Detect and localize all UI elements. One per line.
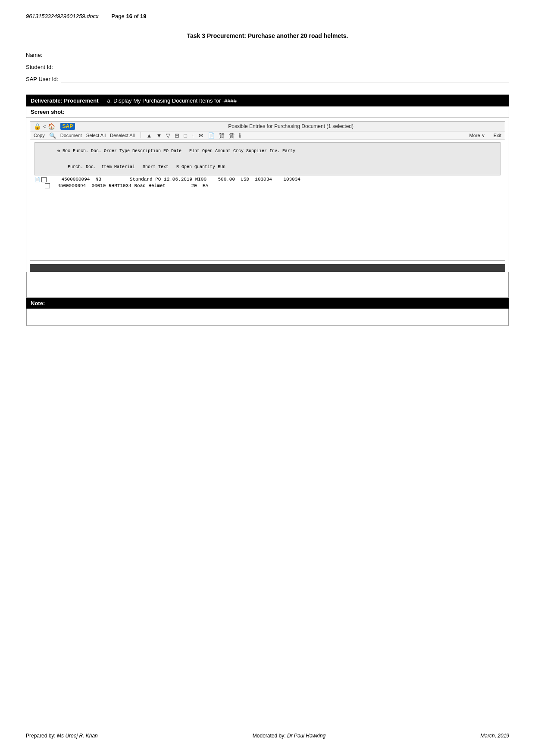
toolbar-arrow-up-icon[interactable]: ↑ bbox=[191, 133, 194, 138]
toolbar-exit[interactable]: Exit bbox=[494, 133, 501, 138]
footer-date: March, 2019 bbox=[480, 733, 509, 739]
sap-user-id-label: SAP User Id: bbox=[26, 76, 58, 82]
doc-header: 9613153324929601259.docx Page 16 of 19 bbox=[26, 13, 509, 19]
sap-logo: SAP bbox=[60, 123, 75, 130]
row1-icons: 📄 bbox=[34, 177, 48, 182]
sap-col-headers: ✿ Box Purch. Doc. Order Type Description… bbox=[34, 142, 501, 159]
sap-user-id-line bbox=[61, 75, 509, 82]
row1-text: 4500000094 NB Standard PO 12.06.2019 MI0… bbox=[50, 177, 300, 182]
page-total: 19 bbox=[140, 13, 146, 19]
student-id-label: Student Id: bbox=[26, 64, 53, 70]
task-title: Task 3 Procurement: Purchase another 20 … bbox=[26, 32, 509, 39]
toolbar-grid-icon[interactable]: ⊞ bbox=[175, 133, 179, 138]
sap-user-id-field-row: SAP User Id: bbox=[26, 75, 509, 82]
blank-area bbox=[26, 272, 509, 298]
sap-bottom-bar bbox=[30, 264, 505, 272]
sap-topbar: 🔒 < 🏠 SAP Possible Entries for Purchasin… bbox=[30, 122, 505, 131]
toolbar-more[interactable]: More ∨ bbox=[469, 133, 485, 138]
row2-text: 4500000094 00010 RHMT1034 Road Helmet 20… bbox=[52, 183, 208, 188]
toolbar-info-icon[interactable]: ℹ bbox=[239, 133, 241, 138]
toolbar-document[interactable]: Document bbox=[60, 133, 82, 138]
note-header: Note: bbox=[26, 298, 509, 309]
deliverable-box: Deliverable: Procurement a. Display My P… bbox=[26, 94, 509, 326]
row2-checkbox[interactable] bbox=[45, 183, 50, 188]
name-line bbox=[45, 51, 509, 58]
sap-topbar-icons: 🔒 < 🏠 bbox=[34, 123, 55, 130]
toolbar-search-icon[interactable]: 🔍 bbox=[49, 133, 56, 138]
toolbar-mail-icon[interactable]: ✉ bbox=[199, 133, 203, 138]
toolbar-filter-icon[interactable]: ▽ bbox=[166, 133, 170, 138]
student-id-field-row: Student Id: bbox=[26, 63, 509, 70]
sap-content: ✿ Box Purch. Doc. Order Type Description… bbox=[30, 140, 505, 260]
footer-prepared: Prepared by: Ms Urooj R. Khan bbox=[26, 733, 98, 739]
deliverable-title: Deliverable: Procurement bbox=[31, 97, 99, 104]
row1-doc-icon: 📄 bbox=[34, 177, 41, 182]
page-current: 16 bbox=[126, 13, 132, 19]
note-body bbox=[26, 309, 509, 326]
toolbar-upload-icon[interactable]: ▲ bbox=[147, 133, 152, 138]
screen-shot-label: Screen shot: bbox=[26, 106, 509, 118]
toolbar-download-icon[interactable]: ▼ bbox=[156, 133, 162, 138]
note-section: Note: bbox=[26, 298, 509, 326]
page-footer: Prepared by: Ms Urooj R. Khan Moderated … bbox=[26, 733, 509, 739]
lock-icon[interactable]: 🔒 bbox=[34, 123, 41, 130]
form-fields: Name: Student Id: SAP User Id: bbox=[26, 51, 509, 82]
table-row-2[interactable]: 4500000094 00010 RHMT1034 Road Helmet 20… bbox=[34, 183, 501, 189]
sap-col-header-row1: ✿ Box Purch. Doc. Order Type Description… bbox=[57, 149, 295, 153]
toolbar-doc-icon[interactable]: 📄 bbox=[208, 133, 215, 138]
toolbar-separator bbox=[141, 132, 141, 138]
table-row-1[interactable]: 📄 4500000094 NB Standard PO 12.06.2019 M… bbox=[34, 176, 501, 183]
doc-filename: 9613153324929601259.docx bbox=[26, 13, 98, 19]
back-icon[interactable]: < bbox=[43, 123, 46, 130]
sap-logo-text: SAP bbox=[63, 123, 73, 129]
sap-col-sub: Purch. Doc. Item Material Short Text R O… bbox=[34, 159, 501, 175]
footer-prepared-name: Ms Urooj R. Khan bbox=[57, 733, 98, 739]
home-icon[interactable]: 🏠 bbox=[48, 123, 55, 130]
deliverable-header: Deliverable: Procurement a. Display My P… bbox=[26, 95, 509, 106]
sap-topbar-title: Possible Entries for Purchasing Document… bbox=[80, 123, 501, 129]
deliverable-subtitle: a. Display My Purchasing Document Items … bbox=[107, 97, 237, 104]
toolbar-icon2[interactable]: 賃 bbox=[229, 133, 235, 138]
toolbar-select-all[interactable]: Select All bbox=[86, 133, 106, 138]
name-field-row: Name: bbox=[26, 51, 509, 58]
toolbar-icon1[interactable]: 賛 bbox=[219, 133, 225, 138]
toolbar-window-icon[interactable]: □ bbox=[184, 133, 187, 138]
sap-screen: 🔒 < 🏠 SAP Possible Entries for Purchasin… bbox=[30, 121, 505, 261]
sap-toolbar: Copy 🔍 Document Select All Deselect All … bbox=[30, 131, 505, 140]
student-id-line bbox=[56, 63, 509, 70]
row1-checkbox[interactable] bbox=[41, 177, 47, 182]
toolbar-copy[interactable]: Copy bbox=[34, 133, 45, 138]
name-label: Name: bbox=[26, 52, 42, 58]
sap-col-header-row2: Purch. Doc. Item Material Short Text R O… bbox=[57, 165, 225, 169]
footer-moderated-name: Dr Paul Hawking bbox=[287, 733, 325, 739]
doc-pagination: Page 16 of 19 bbox=[111, 13, 146, 19]
footer-moderated: Moderated by: Dr Paul Hawking bbox=[253, 733, 325, 739]
toolbar-deselect-all[interactable]: Deselect All bbox=[110, 133, 135, 138]
